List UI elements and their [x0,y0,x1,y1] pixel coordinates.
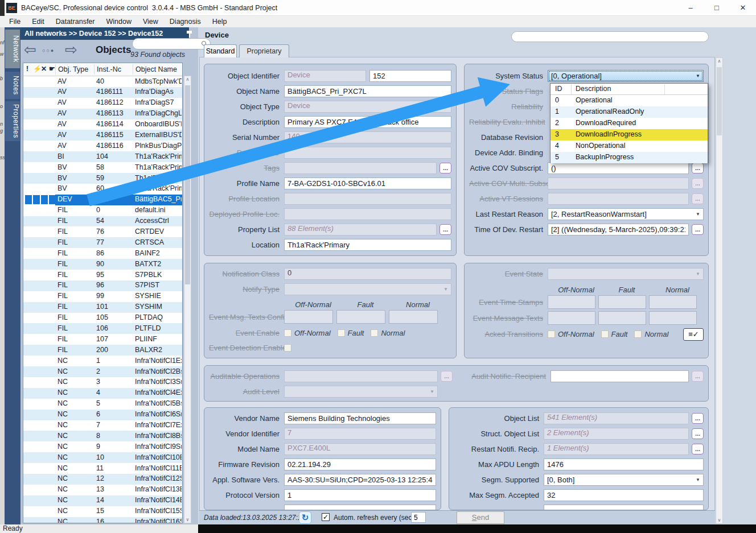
objects-search-input[interactable] [132,38,211,49]
last-restart-reason-combo[interactable]: [2, RestartReasonWarmstart] ▼ [548,208,704,220]
scrollbar-thumb[interactable] [717,67,722,135]
scroll-up-icon[interactable]: ∧ [716,59,722,64]
system-status-combo[interactable]: [0, Operational] ▼ [548,70,704,82]
menu-file[interactable]: File [3,16,26,27]
tab-standard[interactable]: Standard [204,44,237,57]
object-row[interactable]: FIL 99 SYSHIE [23,291,182,302]
dropdown-option[interactable]: 2 DownloadRequired [550,118,708,129]
dropdown-option[interactable]: 3 DownloadInProgress [550,129,708,141]
object-row[interactable]: NC 14 Infra'NotifCl14Bsc [23,495,182,506]
object-row[interactable]: NC 8 Infra'NotifCl8Bsc [23,431,182,441]
object-row[interactable]: FIL 106 PLTFLD [23,323,182,334]
object-row[interactable]: NC 9 Infra'NotifCl9Smp [23,441,182,452]
sidebar-tab-notes[interactable]: Notes [5,72,20,99]
profile-name-field[interactable] [284,177,451,189]
object-row[interactable]: BI 104 Th1a'Rack'Primary'Pl [23,151,182,162]
object-row[interactable]: AV 4186114 OnboardIBUS'DiagIC [23,119,182,130]
object-row[interactable]: AV 4186113 Infra'DiagChgLog [23,109,182,119]
sidebar-tab-properties[interactable]: Properties [5,101,20,141]
object-row[interactable]: FIL 77 CRTSCA [23,237,182,248]
object-row[interactable]: FIL 95 S7PBLK [23,270,182,280]
active-cov-subscript-field[interactable] [548,162,689,174]
property-list-ellipsis-button[interactable]: ... [439,224,451,235]
alarm-icon[interactable]: ! [26,65,28,73]
object-row[interactable]: BV 59 Th1a'Rack'Primary'Pl [23,173,182,184]
autorefresh-checkbox[interactable]: ✓ [322,513,330,521]
sidebar-tab-network[interactable]: Network [5,30,20,68]
object-row[interactable]: FIL 76 CRTDEV [23,226,182,237]
object-list-ellipsis-button[interactable]: ... [692,413,704,424]
object-row[interactable]: FIL 101 SYSHIM [23,302,182,313]
object-row[interactable]: AV 4186111 Infra'DiagAs [23,87,182,98]
segm-supported-combo[interactable]: [0, Both] ▼ [544,474,704,486]
col-inst[interactable]: Inst.-Nc [97,65,121,73]
object-row[interactable]: NC 6 Infra'NotifCl6Smp [23,410,182,420]
object-row[interactable]: AV 4186112 Infra'DiagS7 [23,98,182,109]
col-obj-type[interactable]: Obj. Type [58,65,88,73]
autorefresh-interval-input[interactable] [411,512,426,523]
menu-help[interactable]: Help [207,16,233,27]
object-row[interactable]: FIL 105 PLTDAQ [23,313,182,324]
chevron-down-icon[interactable]: ▼ [696,477,700,482]
main-scrollbar[interactable]: ∧ ∨ [716,57,723,524]
scroll-up-icon[interactable]: ∧ [184,77,191,82]
tags-ellipsis-button[interactable]: ... [439,163,451,173]
object-row[interactable]: NC 16 Infra'NotifCl16S [23,517,182,523]
tab-proprietary[interactable]: Proprietary [239,44,289,57]
firmware-revision-field[interactable] [284,458,436,470]
object-list-scrollbar[interactable]: ∧ ∨ [184,76,191,523]
protocol-version-field[interactable] [284,489,436,501]
object-row[interactable]: NC 1 Infra'NotifCl1Extd [23,356,182,366]
location-field[interactable] [284,239,451,251]
chevron-down-icon[interactable]: ▼ [696,73,700,78]
menu-view[interactable]: View [137,16,164,27]
fault-icon[interactable]: ✕ [41,65,47,73]
dropdown-option[interactable]: 4 NonOperational [550,141,708,152]
list-check-icon[interactable]: ≡✓ [683,328,704,341]
nav-forward-icon[interactable]: ⇨ [65,41,77,58]
device-search-input[interactable] [511,31,709,42]
object-row[interactable]: NC 5 Infra'NotifCl5Bsc [23,399,182,410]
description-field[interactable] [284,116,451,128]
object-row[interactable]: FIL 90 BATXT2 [23,259,182,270]
object-row[interactable]: AV 4186116 PlnkBus'DiagPlnkBus [23,141,182,151]
max-apdu-length-field[interactable] [544,458,704,470]
object-row[interactable]: AV 40 MdbsTcpNwk'DiagM [23,76,182,87]
object-row[interactable]: NC 2 Infra'NotifCl2Bsc [23,366,182,377]
send-button[interactable]: Send [457,511,504,524]
object-row[interactable]: BV 60 Th1a'Rack'Primary'Pl [23,184,182,195]
minimize-button[interactable]: – [677,0,704,16]
event-icon[interactable]: ⚡ [33,65,42,73]
menu-window[interactable]: Window [100,16,137,27]
scrollbar-thumb[interactable] [185,85,190,284]
object-row[interactable]: NC 10 Infra'NotifCl10Extd [23,452,182,463]
object-row[interactable]: NC 13 Infra'NotifCl13Extd [23,485,182,495]
object-row[interactable]: NC 11 Infra'NotifCl11Bsc [23,463,182,474]
time-of-dev-restart-ellipsis-button[interactable]: ... [692,224,704,235]
time-of-dev-restart-field[interactable] [548,224,689,235]
scroll-down-icon[interactable]: ∨ [184,517,191,522]
object-row[interactable]: FIL 107 PLIINF [23,334,182,345]
object-row[interactable]: FIL 96 S7PIST [23,280,182,291]
object-row[interactable]: BV 58 Th1a'Rack'Primary'Pl [23,162,182,173]
object-row[interactable]: NC 15 Infra'NotifCl15Smp [23,506,182,517]
object-identifier-instance-field[interactable] [369,70,451,82]
object-row[interactable]: FIL 86 BAINF2 [23,248,182,259]
refresh-icon[interactable]: ↻ [299,511,311,524]
col-object-name[interactable]: Object Name [135,65,177,73]
vendor-name-field[interactable] [284,412,436,424]
active-cov-ellipsis-button[interactable]: ... [692,163,704,173]
object-row[interactable]: FIL 0 default.ini [23,205,182,216]
override-hand-icon[interactable]: ☛ [49,65,55,73]
restart-notifi-recip-ellipsis-button[interactable]: ... [692,444,704,455]
scroll-down-icon[interactable]: ∨ [716,518,722,523]
chevron-down-icon[interactable]: ▼ [696,212,700,217]
object-name-field[interactable] [284,85,451,97]
struct-object-list-ellipsis-button[interactable]: ... [692,428,704,439]
object-row[interactable]: NC 12 Infra'NotifCl12Smp [23,474,182,485]
maximize-button[interactable]: □ [704,0,730,16]
object-row[interactable]: DEV 152 BättigBAC5_Pri_PXC7 [23,195,182,205]
object-row[interactable]: NC 3 Infra'NotifCl3Smp [23,377,182,388]
menu-edit[interactable]: Edit [26,16,50,27]
appl-software-vers-field[interactable] [284,474,436,486]
